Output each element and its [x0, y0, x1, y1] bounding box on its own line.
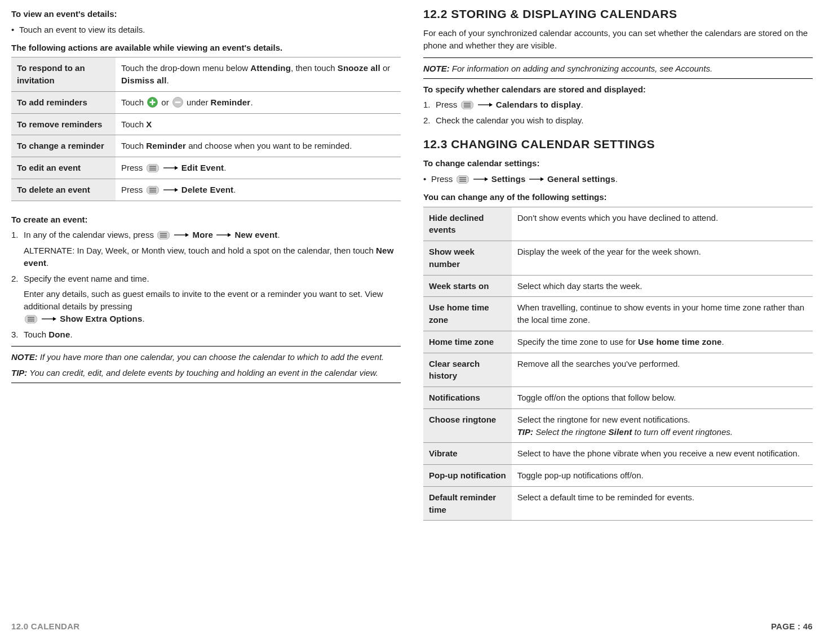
- action-description: Press Delete Event.: [116, 179, 401, 201]
- action-description: Touch X: [116, 113, 401, 135]
- action-label: To change a reminder: [11, 135, 116, 157]
- action-label: To delete an event: [11, 179, 116, 201]
- tip-touch-hold: TIP: You can credit, edit, and delete ev…: [11, 367, 401, 379]
- minus-icon: [172, 97, 183, 108]
- setting-description: Specify the time zone to use for Use hom…: [512, 331, 813, 353]
- arrow-right-icon: [478, 102, 493, 108]
- action-description: Touch Reminder and choose when you want …: [116, 135, 401, 157]
- setting-label: Default reminder time: [423, 486, 512, 521]
- step-1-alternate: ALTERNATE: In Day, Week, or Month view, …: [11, 245, 401, 269]
- table-row: To change a reminder Touch Reminder and …: [11, 135, 401, 157]
- table-row: Default reminder time Select a default t…: [423, 486, 813, 521]
- heading-create-event: To create an event:: [11, 214, 401, 226]
- menu-icon: [147, 186, 159, 194]
- table-row: Show week number Display the week of the…: [423, 241, 813, 276]
- section-12-3-title: 12.3 CHANGING CALENDAR SETTINGS: [423, 136, 813, 153]
- table-row: Vibrate Select to have the phone vibrate…: [423, 443, 813, 465]
- setting-label: Use home time zone: [423, 297, 512, 331]
- setting-label: Pop-up notification: [423, 465, 512, 487]
- setting-label: Notifications: [423, 387, 512, 409]
- setting-description: Remove all the searches you've performed…: [512, 353, 813, 387]
- menu-icon: [457, 175, 469, 184]
- left-column: To view an event's details: Touch an eve…: [11, 6, 401, 603]
- setting-label: Show week number: [423, 241, 512, 276]
- spec-step-2: 2. Check the calendar you wish to displa…: [423, 114, 813, 127]
- action-description: Touch the drop-down menu below Attending…: [116, 57, 401, 92]
- arrow-right-icon: [174, 232, 189, 238]
- table-row: To add reminders Touch or under Reminder…: [11, 91, 401, 113]
- arrow-right-icon: [42, 316, 56, 322]
- bullet-change-settings: Press Settings General settings.: [423, 173, 813, 185]
- action-description: Touch or under Reminder.: [116, 91, 401, 113]
- step-2: 2. Specify the event name and time.: [11, 273, 401, 285]
- section-12-2-intro: For each of your synchronized calendar a…: [423, 27, 813, 52]
- step-1: 1. In any of the calendar views, press M…: [11, 229, 401, 241]
- note-accounts: NOTE: For information on adding and sync…: [423, 63, 813, 75]
- table-row: Choose ringtone Select the ringtone for …: [423, 408, 813, 443]
- heading-specify-calendars: To specify whether calendars are stored …: [423, 83, 813, 96]
- arrow-right-icon: [216, 232, 231, 238]
- setting-label: Choose ringtone: [423, 408, 512, 443]
- table-row: Pop-up notification Toggle pop-up notifi…: [423, 465, 813, 487]
- footer-section-label: 12.0 CALENDAR: [11, 620, 79, 633]
- setting-description: Toggle off/on the options that follow be…: [512, 387, 813, 409]
- arrow-right-icon: [163, 165, 178, 171]
- heading-actions-available: The following actions are available whil…: [11, 42, 401, 54]
- setting-description: Select a default time to be reminded for…: [512, 486, 813, 521]
- menu-icon: [147, 164, 159, 172]
- setting-label: Hide declined events: [423, 207, 512, 241]
- arrow-right-icon: [529, 176, 544, 182]
- tip-silent-ringtone: TIP: Select the ringtone Silent to turn …: [517, 426, 807, 438]
- setting-description: Select which day starts the week.: [512, 275, 813, 297]
- arrow-right-icon: [473, 176, 488, 182]
- setting-label: Clear search history: [423, 353, 512, 387]
- setting-description: When travelling, continue to show events…: [512, 297, 813, 331]
- setting-description: Select the ringtone for new event notifi…: [512, 408, 813, 443]
- table-row: Use home time zone When travelling, cont…: [423, 297, 813, 331]
- table-row: To delete an event Press Delete Event.: [11, 179, 401, 201]
- setting-description: Don't show events which you have decline…: [512, 207, 813, 241]
- step-2-detail: Enter any details, such as guest emails …: [11, 288, 401, 325]
- setting-label: Week starts on: [423, 275, 512, 297]
- table-row: Week starts on Select which day starts t…: [423, 275, 813, 297]
- settings-table: Hide declined events Don't show events w…: [423, 207, 813, 521]
- heading-change-settings: To change calendar settings:: [423, 157, 813, 170]
- setting-description: Select to have the phone vibrate when yo…: [512, 443, 813, 465]
- setting-description: Toggle pop-up notifications off/on.: [512, 465, 813, 487]
- heading-settings-list: You can change any of the following sett…: [423, 191, 813, 203]
- action-label: To add reminders: [11, 91, 116, 113]
- menu-icon: [25, 315, 37, 323]
- table-row: Home time zone Specify the time zone to …: [423, 331, 813, 353]
- table-row: To edit an event Press Edit Event.: [11, 157, 401, 179]
- step-3: 3. Touch Done.: [11, 328, 401, 341]
- setting-description: Display the week of the year for the wee…: [512, 241, 813, 276]
- footer-page-number: PAGE : 46: [771, 620, 813, 633]
- bullet-view-details: Touch an event to view its details.: [11, 24, 401, 36]
- table-row: Clear search history Remove all the sear…: [423, 353, 813, 387]
- menu-icon: [157, 231, 170, 239]
- table-row: To respond to an invitation Touch the dr…: [11, 57, 401, 92]
- setting-label: Home time zone: [423, 331, 512, 353]
- action-label: To respond to an invitation: [11, 57, 116, 92]
- setting-label: Vibrate: [423, 443, 512, 465]
- action-label: To remove reminders: [11, 113, 116, 135]
- action-label: To edit an event: [11, 157, 116, 179]
- arrow-right-icon: [163, 187, 178, 193]
- table-row: Hide declined events Don't show events w…: [423, 207, 813, 241]
- table-row: Notifications Toggle off/on the options …: [423, 387, 813, 409]
- event-actions-table: To respond to an invitation Touch the dr…: [11, 57, 401, 201]
- menu-icon: [461, 101, 473, 109]
- heading-view-details: To view an event's details:: [11, 8, 401, 20]
- section-12-2-title: 12.2 STORING & DISPLAYING CALENDARS: [423, 6, 813, 23]
- spec-step-1: 1. Press Calendars to display.: [423, 99, 813, 111]
- plus-icon: [147, 97, 158, 108]
- action-description: Press Edit Event.: [116, 157, 401, 179]
- note-multiple-calendars: NOTE: If you have more than one calendar…: [11, 351, 401, 363]
- page-footer: 12.0 CALENDAR PAGE : 46: [11, 620, 813, 633]
- right-column: 12.2 STORING & DISPLAYING CALENDARS For …: [423, 6, 813, 603]
- table-row: To remove reminders Touch X: [11, 113, 401, 135]
